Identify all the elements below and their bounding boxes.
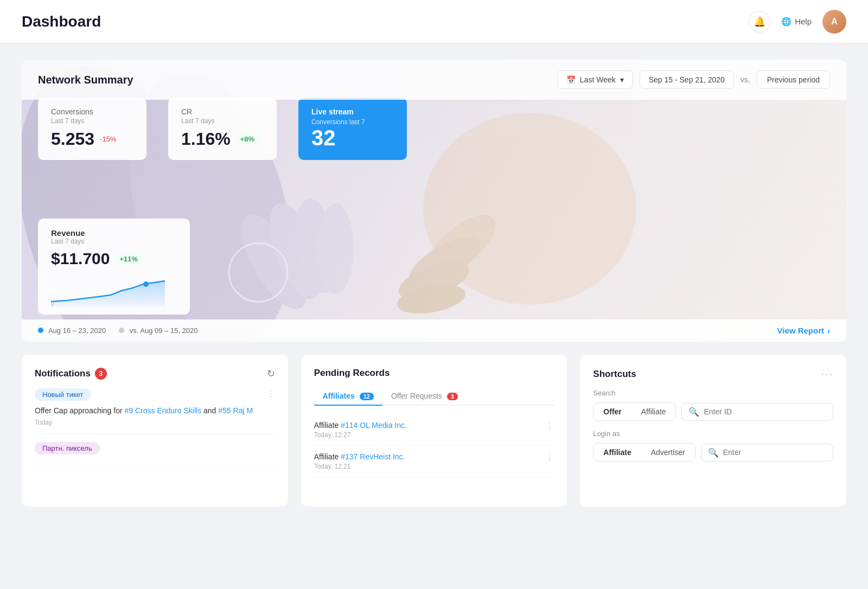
login-advertiser-button[interactable]: Advertiser [641, 444, 695, 461]
login-enter-input[interactable] [723, 448, 826, 457]
chart-bottom-bar: Aug 16 – 23, 2020 vs. Aug 09 – 15, 2020 … [22, 319, 846, 342]
refresh-icon[interactable]: ↻ [267, 368, 275, 380]
affiliate-link-1[interactable]: #114 OL Media Inc. [341, 421, 407, 430]
notification-tag-pixel: Партн. пиксель [35, 442, 100, 454]
topbar-actions: 🔔 🌐 Help A [749, 10, 846, 34]
live-stream-metric: Live stream Conversions last 7 32 [298, 98, 407, 160]
page-title: Dashboard [22, 13, 101, 30]
main-content: Network Summary 📅 Last Week ▾ Sep 15 - S… [0, 43, 868, 589]
pending-records-card: Pending Records Affiliates 12 Offer Requ… [301, 355, 567, 507]
notification-tag-new-ticket: Новый тикет [35, 388, 91, 401]
search-id-input[interactable] [704, 407, 826, 416]
topbar: Dashboard 🔔 🌐 Help A [0, 0, 868, 43]
avatar[interactable]: A [822, 10, 846, 34]
notification-button[interactable]: 🔔 [749, 11, 770, 33]
conversions-change: -15% [100, 135, 116, 143]
conversions-metric: Conversions Last 7 days 5.253 -15% [38, 98, 146, 160]
notifications-card: Notifications 3 ↻ Новый тикет Offer Cap … [22, 355, 288, 507]
shortcuts-login-as-label: Login as [593, 430, 833, 438]
date-range-display: Sep 15 - Sep 21, 2020 [640, 71, 734, 89]
shortcuts-card: Shortcuts ··· Search Offer Affiliate 🔍 L… [580, 355, 846, 507]
help-icon: 🌐 [781, 17, 792, 27]
pending-record-item: Affiliate #137 RevHeist Inc. Today, 12:2… [314, 446, 554, 477]
shortcuts-title: Shortcuts [593, 369, 636, 380]
notification-menu-icon[interactable]: ⋮ [266, 388, 275, 399]
pending-item-time: Today, 12:21 [314, 463, 554, 470]
pending-item-menu-icon[interactable]: ⋮ [545, 452, 554, 463]
notifications-count-badge: 3 [95, 368, 107, 380]
pending-records-header: Pending Records [314, 368, 554, 379]
network-summary-card: Network Summary 📅 Last Week ▾ Sep 15 - S… [22, 60, 846, 342]
primary-date-legend: Aug 16 – 23, 2020 [38, 326, 106, 335]
date-legend: Aug 16 – 23, 2020 vs. Aug 09 – 15, 2020 [38, 326, 198, 335]
affiliate-link-2[interactable]: #137 RevHeist Inc. [341, 452, 405, 461]
login-affiliate-button[interactable]: Affiliate [593, 444, 641, 461]
shortcuts-more-icon[interactable]: ··· [821, 368, 833, 380]
network-summary-title: Network Summary [38, 74, 133, 86]
notifications-title: Notifications [35, 368, 91, 379]
offer-toggle-button[interactable]: Offer [593, 403, 631, 420]
pending-records-tabs: Affiliates 12 Offer Requests 3 [314, 387, 554, 406]
cr-value: 1.16% [181, 129, 231, 149]
pending-record-item: Affiliate #114 OL Media Inc. Today, 12:2… [314, 414, 554, 446]
cr-metric: CR Last 7 days 1.16% +8% [168, 98, 277, 160]
view-report-button[interactable]: View Report › [777, 326, 830, 335]
date-range-button[interactable]: 📅 Last Week ▾ [557, 71, 633, 89]
search-type-toggle: Offer Affiliate [593, 402, 676, 421]
help-button[interactable]: 🌐 Help [781, 17, 812, 27]
network-summary-header: Network Summary 📅 Last Week ▾ Sep 15 - S… [22, 60, 846, 100]
search-id-input-box: 🔍 [681, 403, 833, 421]
svg-text:0: 0 [51, 301, 54, 307]
shortcuts-search-row: Offer Affiliate 🔍 [593, 402, 833, 421]
pending-records-title: Pending Records [314, 368, 390, 379]
offer-link-2[interactable]: #55 Raj M [218, 406, 253, 415]
secondary-date-legend: vs. Aug 09 – 15, 2020 [119, 326, 197, 335]
notification-time: Today [35, 419, 275, 426]
revenue-section: Revenue Last 7 days $11.700 +11% [38, 219, 190, 315]
login-enter-input-box: 🔍 [701, 444, 833, 462]
shortcuts-header: Shortcuts ··· [593, 368, 833, 380]
calendar-icon: 📅 [566, 75, 576, 84]
notification-item: Новый тикет Offer Cap approaching for #9… [35, 388, 275, 434]
affiliates-tab-badge: 12 [360, 393, 374, 400]
offer-requests-tab-badge: 3 [447, 393, 458, 400]
vs-label: vs. [741, 75, 750, 84]
notification-item: Партн. пиксель [35, 442, 275, 467]
tab-offer-requests[interactable]: Offer Requests 3 [382, 387, 467, 406]
pending-item-time: Today, 12:27 [314, 431, 554, 439]
pending-item-menu-icon[interactable]: ⋮ [545, 421, 554, 431]
date-controls: 📅 Last Week ▾ Sep 15 - Sep 21, 2020 vs. … [557, 71, 830, 89]
offer-link-1[interactable]: #9 Cross Enduro Skills [125, 406, 202, 415]
conversions-value: 5.253 [51, 129, 94, 149]
shortcuts-search-label: Search [593, 389, 833, 397]
chevron-right-icon: › [827, 326, 830, 335]
cr-change: +8% [236, 134, 259, 144]
shortcuts-login-row: Affiliate Advertiser 🔍 [593, 443, 833, 462]
metrics-overlay: Conversions Last 7 days 5.253 -15% CR La… [22, 98, 846, 160]
notifications-header: Notifications 3 ↻ [35, 368, 275, 380]
svg-point-5 [317, 203, 354, 294]
previous-period-button[interactable]: Previous period [757, 71, 830, 89]
login-type-toggle: Affiliate Advertiser [593, 443, 695, 462]
search-icon: 🔍 [688, 407, 699, 417]
search-icon: 🔍 [708, 447, 719, 458]
tab-affiliates[interactable]: Affiliates 12 [314, 387, 382, 406]
revenue-change: +11% [115, 254, 142, 264]
revenue-chart: 0 [51, 274, 177, 309]
revenue-value: $11.700 [51, 249, 110, 268]
bottom-row: Notifications 3 ↻ Новый тикет Offer Cap … [22, 355, 846, 507]
affiliate-toggle-button[interactable]: Affiliate [631, 403, 676, 420]
chevron-down-icon: ▾ [620, 75, 624, 84]
svg-point-13 [143, 281, 149, 287]
